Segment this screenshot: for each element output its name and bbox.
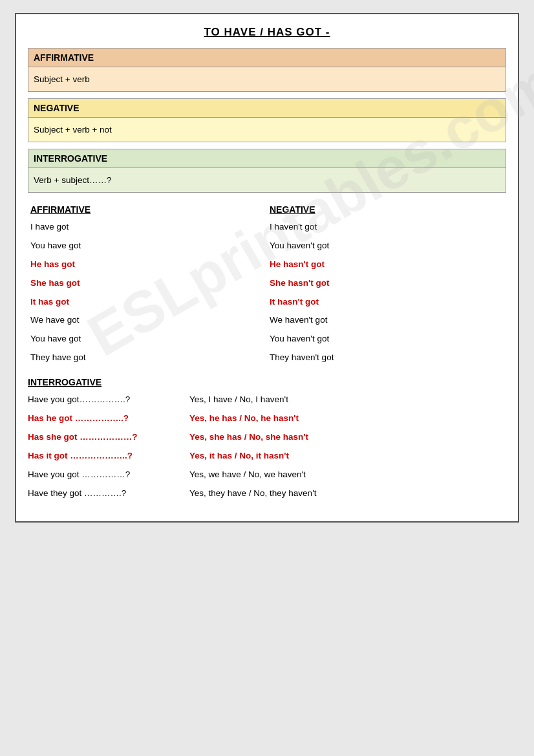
- interrog-a-5: Yes, they have / No, they haven't: [189, 488, 506, 500]
- interrog-a-2: Yes, she has / No, she hasn't: [189, 431, 506, 444]
- interrog-q-4: Have you got ……………?: [28, 469, 183, 481]
- affirmative-col-header: AFFIRMATIVE: [30, 204, 264, 215]
- blank-row-1: [28, 92, 506, 99]
- affirmative-content: Subject + verb: [28, 67, 506, 92]
- aff-row-5: We have got: [30, 314, 264, 327]
- interrog-row-2: Has she got ………………? Yes, she has / No, s…: [28, 431, 506, 444]
- interrog-a-1: Yes, he has / No, he hasn't: [189, 413, 506, 425]
- interrogative-label: INTERROGATIVE: [28, 149, 506, 168]
- affirmative-header-row: AFFIRMATIVE: [28, 49, 506, 67]
- interrogative-section-header: INTERROGATIVE: [28, 377, 506, 387]
- interrog-row-3: Has it got ………………..? Yes, it has / No, i…: [28, 450, 506, 462]
- aff-row-2: He has got: [30, 259, 264, 271]
- interrog-a-3: Yes, it has / No, it hasn't: [189, 450, 506, 462]
- interrog-q-0: Have you got…………….?: [28, 394, 183, 406]
- aff-row-7: They have got: [30, 352, 264, 364]
- interrog-a-0: Yes, I have / No, I haven't: [189, 394, 506, 406]
- negative-content-row: Subject + verb + not: [28, 118, 506, 142]
- interrog-a-4: Yes, we have / No, we haven't: [189, 469, 506, 481]
- affirmative-label: AFFIRMATIVE: [28, 49, 506, 67]
- negative-column: NEGATIVE I haven't got You haven't got H…: [267, 204, 506, 371]
- affirmative-content-row: Subject + verb: [28, 67, 506, 92]
- affirmative-column: AFFIRMATIVE I have got You have got He h…: [28, 204, 267, 371]
- neg-row-1: You haven't got: [270, 240, 504, 252]
- interrog-q-2: Has she got ………………?: [28, 431, 183, 444]
- interrog-row-4: Have you got ……………? Yes, we have / No, w…: [28, 469, 506, 481]
- conjugation-section: AFFIRMATIVE I have got You have got He h…: [28, 204, 506, 371]
- negative-col-header: NEGATIVE: [270, 204, 504, 215]
- neg-row-3: She hasn't got: [270, 277, 504, 290]
- interrog-q-3: Has it got ………………..?: [28, 450, 183, 462]
- neg-row-0: I haven't got: [270, 221, 504, 233]
- interrog-q-1: Has he got ……………..?: [28, 413, 183, 425]
- negative-header-row: NEGATIVE: [28, 99, 506, 118]
- interrog-row-0: Have you got…………….? Yes, I have / No, I …: [28, 394, 506, 406]
- grammar-table: AFFIRMATIVE Subject + verb NEGATIVE Subj…: [28, 48, 506, 193]
- page: ESLprintables.com TO HAVE / HAS GOT - AF…: [15, 13, 519, 523]
- interrog-q-5: Have they got ………….?: [28, 488, 183, 500]
- page-title: TO HAVE / HAS GOT -: [28, 26, 506, 39]
- neg-row-7: They haven't got: [270, 352, 504, 364]
- negative-content: Subject + verb + not: [28, 118, 506, 142]
- interrog-row-1: Has he got ……………..? Yes, he has / No, he…: [28, 413, 506, 425]
- neg-row-4: It hasn't got: [270, 296, 504, 308]
- negative-label: NEGATIVE: [28, 99, 506, 118]
- neg-row-6: You haven't got: [270, 333, 504, 345]
- aff-row-4: It has got: [30, 296, 264, 308]
- blank-row-2: [28, 142, 506, 149]
- interrogative-header-row: INTERROGATIVE: [28, 149, 506, 168]
- neg-row-2: He hasn't got: [270, 259, 504, 271]
- interrogative-content: Verb + subject……?: [28, 168, 506, 193]
- neg-row-5: We haven't got: [270, 314, 504, 327]
- aff-row-0: I have got: [30, 221, 264, 233]
- interrogative-section: INTERROGATIVE Have you got…………….? Yes, I…: [28, 377, 506, 499]
- aff-row-6: You have got: [30, 333, 264, 345]
- aff-row-3: She has got: [30, 277, 264, 290]
- aff-row-1: You have got: [30, 240, 264, 252]
- interrog-row-5: Have they got ………….? Yes, they have / No…: [28, 488, 506, 500]
- interrogative-content-row: Verb + subject……?: [28, 168, 506, 193]
